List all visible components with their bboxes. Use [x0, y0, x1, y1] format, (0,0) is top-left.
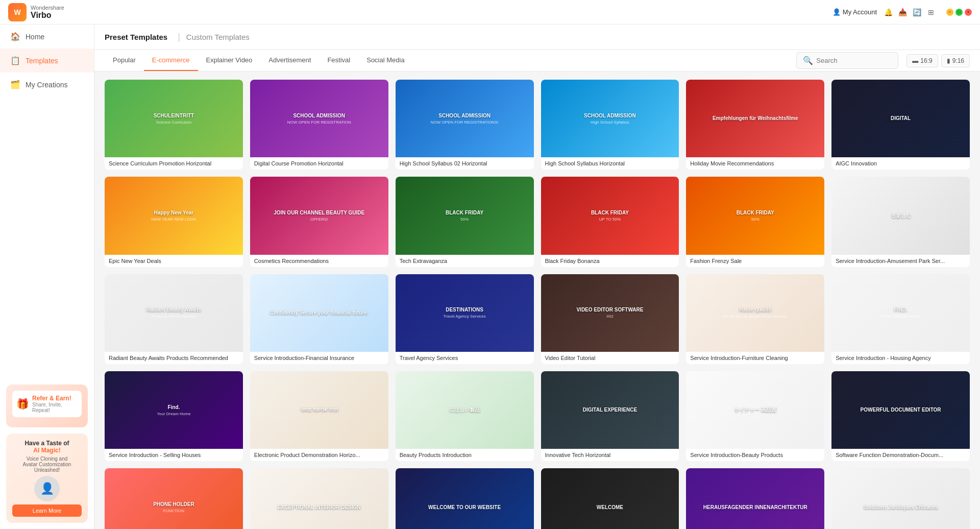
- template-card[interactable]: FIND. YOUR DREAM HOME Service Introducti…: [831, 274, 970, 364]
- thumbnail-title: PHONE HOLDER: [153, 501, 194, 508]
- close-button[interactable]: ×: [965, 9, 972, 16]
- thumbnail-subtitle: NOW OPEN FOR REGISTRATIONS!: [431, 120, 499, 125]
- thumbnail-title: Find.: [167, 404, 180, 411]
- sidebar-item-templates[interactable]: 📋 Templates: [0, 49, 94, 73]
- thumbnail-title: WELCOME TO OUR WEBSITE: [428, 504, 501, 511]
- template-thumbnail: Happy New Year NEW YEAR NEW LOOK: [105, 177, 243, 254]
- template-card[interactable]: VIDEO EDITOR SOFTWARE #02 Video Editor T…: [541, 274, 679, 364]
- thumbnail-subtitle: High School Syllabus: [591, 120, 629, 125]
- template-card[interactable]: Empfehlungen für Weihnachtsfilme Holiday…: [686, 80, 824, 170]
- template-card[interactable]: Radiant Beauty Awaits Products Recommend…: [105, 274, 243, 364]
- thumbnail-subtitle: NOW OPEN FOR REGISTRATION: [287, 120, 351, 125]
- template-thumbnail: FIND. YOUR DREAM HOME: [831, 274, 970, 352]
- ratio-buttons: ▬ 16:9 ▮ 9:16: [906, 54, 970, 67]
- template-card[interactable]: DIGITAL AIGC Innovation: [831, 80, 970, 170]
- sidebar-home-label: Home: [26, 33, 44, 41]
- titlebar-icons: 🔔 📥 🔄 ⊞: [883, 7, 936, 17]
- template-card[interactable]: にほしい製品 Beauty Products Introduction: [396, 371, 534, 461]
- sidebar-templates-label: Templates: [26, 57, 58, 65]
- template-card[interactable]: HERAUSFAGENDER INNENARCHITEKTUR Architec…: [686, 468, 824, 529]
- refer-title: Refer & Earn!: [32, 395, 78, 402]
- template-label: Black Friday Bonanza: [541, 255, 679, 267]
- grid-icon[interactable]: ⊞: [926, 7, 936, 17]
- template-card[interactable]: BLACK FRIDAY 50% Tech Extravaganza: [396, 177, 534, 267]
- search-box[interactable]: 🔍: [796, 52, 898, 69]
- notification-icon[interactable]: 🔔: [883, 7, 893, 17]
- thumbnail-overlay: DIGITAL: [831, 80, 970, 157]
- refresh-icon[interactable]: 🔄: [912, 7, 922, 17]
- template-card[interactable]: BLACK FRIDAY 50% Fashion Frenzy Sale: [686, 177, 824, 267]
- thumbnail-title: る楽しむ: [891, 213, 911, 219]
- thumbnail-overlay: Empfehlungen für Weihnachtsfilme: [686, 80, 824, 157]
- template-card[interactable]: SCHOOL ADMISSION High School Syllabus Hi…: [541, 80, 679, 170]
- template-card[interactable]: EXCEPTIONAL INTERIOR DESIGN Interior Des…: [250, 468, 388, 529]
- template-thumbnail: る楽しむ: [831, 177, 970, 254]
- thumbnail-overlay: Confidently Secure your financial future…: [250, 274, 388, 352]
- download-icon[interactable]: 📥: [897, 7, 908, 17]
- template-card[interactable]: Confidently Secure your financial future…: [250, 274, 388, 364]
- template-card[interactable]: POWERFUL DOCUMENT EDITOR Software Functi…: [831, 371, 970, 461]
- cat-ecommerce[interactable]: E-commerce: [144, 50, 198, 71]
- thumbnail-overlay: BLACK FRIDAY 50%: [686, 177, 824, 254]
- template-thumbnail: DIGITAL: [831, 80, 970, 157]
- thumbnail-subtitle: YOUR DREAM HOME: [880, 314, 921, 319]
- template-thumbnail: にほしい製品: [396, 371, 534, 449]
- cat-explainer[interactable]: Explainer Video: [198, 50, 261, 71]
- template-thumbnail: SCHOOL ADMISSION NOW OPEN FOR REGISTRATI…: [250, 80, 388, 157]
- template-card[interactable]: DIGITAL EXPERIENCE Innovative Tech Horiz…: [541, 371, 679, 461]
- my-account-button[interactable]: 👤 My Account: [832, 8, 877, 16]
- cat-advertisement[interactable]: Advertisement: [260, 50, 319, 71]
- cat-social[interactable]: Social Media: [358, 50, 412, 71]
- search-input[interactable]: [816, 57, 888, 64]
- thumbnail-title: Haute qualité: [739, 307, 771, 313]
- thumbnail-title: にほしい製品: [449, 407, 480, 413]
- cat-popular[interactable]: Popular: [105, 50, 144, 71]
- template-card[interactable]: ネイチャー 高品質 Service Introduction-Beauty Pr…: [686, 371, 824, 461]
- template-card[interactable]: DESTINATIONS Travel Agency Services Trav…: [396, 274, 534, 364]
- template-label: Epic New Year Deals: [105, 255, 243, 267]
- cat-festival[interactable]: Festival: [319, 50, 358, 71]
- thumbnail-title: ネイチャー 高品質: [734, 407, 776, 413]
- template-card[interactable]: JOIN OUR CHANNEL BEAUTY GUIDE OFFERS! Co…: [250, 177, 388, 267]
- template-card[interactable]: SCHOOL ADMISSION NOW OPEN FOR REGISTRATI…: [396, 80, 534, 170]
- template-label: Service Introduction - Selling Houses: [105, 449, 243, 461]
- template-thumbnail: Solutions Juridiques Efficaces: [831, 468, 970, 529]
- template-card[interactable]: Solutions Juridiques Efficaces Solutions…: [831, 468, 970, 529]
- thumbnail-title: POWERFUL DOCUMENT EDITOR: [861, 407, 941, 413]
- thumbnail-overlay: उत्पाद तकनीक तैयार: [250, 371, 388, 449]
- template-label: Video Editor Tutorial: [541, 352, 679, 364]
- thumbnail-title: FIND.: [894, 307, 908, 313]
- sidebar-item-creations[interactable]: 🗂️ My Creations: [0, 73, 94, 97]
- template-label: Beauty Products Introduction: [396, 449, 534, 461]
- template-card[interactable]: SCHOOL ADMISSION NOW OPEN FOR REGISTRATI…: [250, 80, 388, 170]
- ai-highlight: AI Magic!: [33, 447, 60, 454]
- thumbnail-title: Solutions Juridiques Efficaces: [864, 504, 938, 511]
- template-card[interactable]: PHONE HOLDER FUNCTION Phone Holder Produ…: [105, 468, 243, 529]
- minimize-button[interactable]: −: [946, 9, 953, 16]
- template-card[interactable]: Find. Your Dream Home Service Introducti…: [105, 371, 243, 461]
- template-card[interactable]: Happy New Year NEW YEAR NEW LOOK Epic Ne…: [105, 177, 243, 267]
- template-card[interactable]: WELCOME Welcome Presentation: [541, 468, 679, 529]
- template-label: Electronic Product Demonstration Horizo.…: [250, 449, 388, 461]
- tab-preset[interactable]: Preset Templates: [105, 25, 167, 50]
- thumbnail-title: DIGITAL: [891, 115, 911, 122]
- refer-subtitle: Share, Invite, Repeat!: [32, 402, 78, 413]
- maximize-button[interactable]: □: [955, 9, 963, 16]
- template-card[interactable]: SCHULEINTRITT Science Curriculum Science…: [105, 80, 243, 170]
- ratio-9-16[interactable]: ▮ 9:16: [941, 54, 970, 67]
- sidebar-item-home[interactable]: 🏠 Home: [0, 25, 94, 49]
- template-card[interactable]: WELCOME TO OUR WEBSITE Website Introduct…: [396, 468, 534, 529]
- template-card[interactable]: BLACK FRIDAY UP TO 50% Black Friday Bona…: [541, 177, 679, 267]
- thumbnail-title: EXCEPTIONAL INTERIOR DESIGN: [278, 504, 361, 511]
- template-grid-container: SCHULEINTRITT Science Curriculum Science…: [94, 71, 980, 529]
- learn-more-button[interactable]: Learn More: [12, 504, 82, 517]
- template-card[interactable]: उत्पाद तकनीक तैयार Electronic Product De…: [250, 371, 388, 461]
- template-card[interactable]: る楽しむ Service Introduction-Amusement Park…: [831, 177, 970, 267]
- thumbnail-subtitle: 50%: [460, 217, 469, 222]
- tab-custom[interactable]: Custom Templates: [186, 33, 250, 41]
- ratio-16-9[interactable]: ▬ 16:9: [906, 54, 938, 67]
- template-thumbnail: BLACK FRIDAY 50%: [396, 177, 534, 254]
- thumbnail-title: SCHOOL ADMISSION: [584, 113, 636, 119]
- template-card[interactable]: Haute qualité Un service de qualité et s…: [686, 274, 824, 364]
- refer-earn-section[interactable]: 🎁 Refer & Earn! Share, Invite, Repeat!: [12, 391, 82, 417]
